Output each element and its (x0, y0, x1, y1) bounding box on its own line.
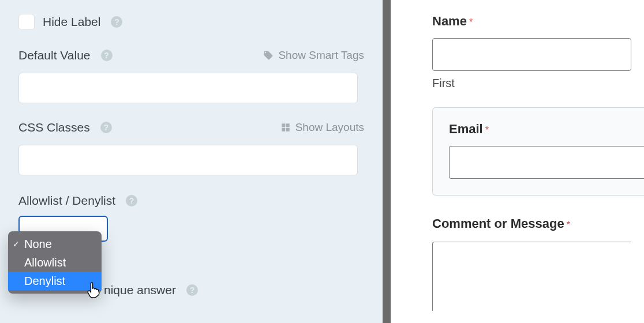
show-layouts-link[interactable]: Show Layouts (280, 121, 364, 134)
default-value-label: Default Value (18, 48, 91, 62)
popup-option-none-label: None (24, 238, 52, 251)
popup-option-none[interactable]: None (8, 235, 102, 253)
popup-option-allowlist-label: Allowlist (24, 256, 66, 269)
css-classes-input[interactable] (18, 145, 358, 175)
required-asterisk: * (469, 17, 473, 27)
tag-icon (263, 50, 274, 61)
email-input[interactable] (449, 146, 644, 179)
show-smart-tags-text: Show Smart Tags (278, 49, 364, 62)
hide-label-checkbox[interactable] (18, 14, 35, 30)
required-asterisk: * (485, 125, 489, 135)
email-label: Email (449, 122, 483, 136)
help-icon[interactable]: ? (111, 16, 122, 28)
name-first-sublabel: First (432, 77, 644, 90)
settings-panel: Hide Label ? Default Value ? Show Smart … (0, 0, 383, 323)
popup-option-denylist-label: Denylist (24, 275, 65, 288)
show-layouts-text: Show Layouts (295, 121, 364, 134)
comment-label: Comment or Message (432, 216, 564, 231)
hide-label-text: Hide Label (43, 15, 100, 29)
allowlist-label: Allowlist / Denylist (18, 194, 115, 208)
popup-option-denylist[interactable]: Denylist (8, 272, 102, 290)
allowlist-header: Allowlist / Denylist ? (18, 194, 364, 208)
grid-icon (280, 122, 291, 133)
unique-answer-row: nique answer ? (104, 283, 198, 297)
popup-option-allowlist[interactable]: Allowlist (8, 253, 102, 272)
help-icon[interactable]: ? (100, 122, 112, 133)
unique-answer-suffix: nique answer (104, 283, 176, 297)
email-field-card[interactable]: Email* (432, 107, 644, 196)
help-icon[interactable]: ? (126, 195, 137, 206)
panel-divider[interactable] (383, 0, 391, 323)
required-asterisk: * (567, 220, 570, 230)
name-label: Name (432, 14, 467, 28)
help-icon[interactable]: ? (186, 284, 198, 296)
default-value-header: Default Value ? Show Smart Tags (18, 48, 364, 62)
form-preview: Name* First Email* Comment or Message* (391, 0, 644, 323)
show-smart-tags-link[interactable]: Show Smart Tags (263, 49, 364, 62)
hide-label-row: Hide Label ? (18, 14, 364, 30)
allowlist-popup: None Allowlist Denylist (8, 231, 102, 294)
name-input[interactable] (432, 38, 631, 71)
css-classes-label: CSS Classes (18, 121, 90, 134)
css-classes-header: CSS Classes ? Show Layouts (18, 121, 364, 134)
comment-textarea[interactable] (432, 242, 631, 311)
comment-field: Comment or Message* (432, 216, 644, 311)
name-field: Name* First (432, 14, 644, 90)
default-value-input[interactable] (18, 73, 358, 103)
help-icon[interactable]: ? (101, 50, 113, 61)
